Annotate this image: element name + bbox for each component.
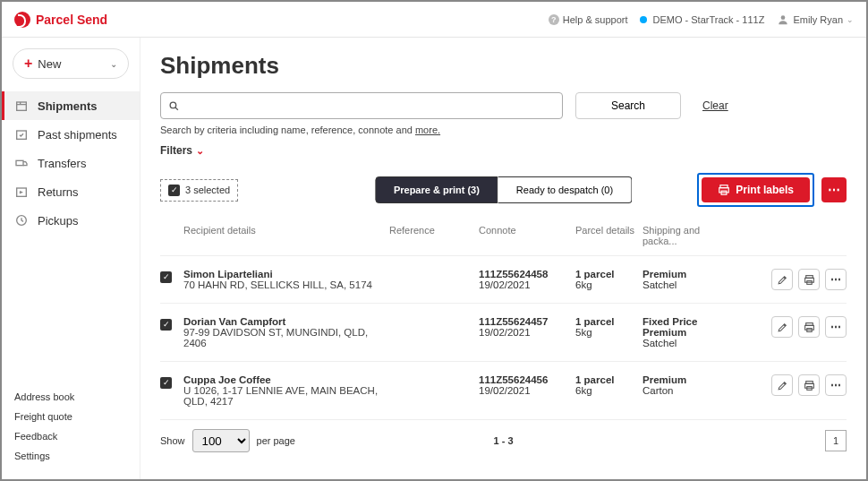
parcel-count: 1 parcel bbox=[575, 316, 642, 327]
return-icon bbox=[14, 185, 29, 199]
print-focus-ring: Print labels bbox=[697, 173, 814, 207]
bottom-link-feedback[interactable]: Feedback bbox=[14, 431, 127, 442]
svg-point-6 bbox=[170, 102, 176, 108]
chevron-down-icon: ⌄ bbox=[196, 145, 204, 157]
history-box-icon bbox=[14, 127, 29, 142]
nav-label: Transfers bbox=[38, 157, 86, 170]
printer-icon bbox=[718, 184, 730, 196]
box-icon bbox=[14, 99, 29, 113]
row-checkbox[interactable]: ✓ bbox=[160, 377, 172, 389]
plus-icon: + bbox=[24, 56, 32, 72]
print-row-button[interactable] bbox=[798, 374, 820, 396]
more-actions-button[interactable]: ⋯ bbox=[821, 177, 847, 202]
more-row-button[interactable]: ⋯ bbox=[825, 374, 847, 396]
nav-label: Past shipments bbox=[38, 128, 117, 142]
brand: Parcel Send bbox=[14, 12, 107, 28]
shipping-service: Premium bbox=[642, 374, 732, 385]
recipient-name: Dorian Van Campfort bbox=[183, 316, 389, 327]
search-box[interactable] bbox=[160, 92, 563, 119]
nav-transfers[interactable]: Transfers bbox=[2, 149, 140, 177]
chevron-down-icon: ⌄ bbox=[110, 59, 117, 69]
recipient-address: 70 HAHN RD, SELLICKS HILL, SA, 5174 bbox=[183, 279, 389, 290]
shipping-service: Premium bbox=[642, 269, 732, 279]
tab-group: Prepare & print (3) Ready to despatch (0… bbox=[375, 176, 632, 203]
edit-row-button[interactable] bbox=[771, 316, 793, 338]
nav-label: Shipments bbox=[38, 99, 97, 113]
nav-label: Pickups bbox=[38, 214, 79, 228]
connote-number: 111Z55624457 bbox=[479, 316, 575, 327]
help-support-link[interactable]: ? Help & support bbox=[549, 14, 628, 25]
connote-date: 19/02/2021 bbox=[479, 279, 575, 290]
shipping-service: Fixed Price Premium bbox=[642, 316, 732, 338]
print-row-button[interactable] bbox=[798, 269, 820, 290]
more-link[interactable]: more. bbox=[415, 125, 440, 135]
table-header: Recipient details Reference Connote Parc… bbox=[160, 216, 847, 256]
col-reference: Reference bbox=[389, 225, 479, 246]
more-row-button[interactable]: ⋯ bbox=[825, 269, 847, 290]
print-row-button[interactable] bbox=[798, 316, 820, 338]
clock-icon bbox=[14, 213, 29, 228]
search-row: Search Clear bbox=[160, 92, 847, 119]
recipient-address: 97-99 DAVIDSON ST, MUNGINDI, QLD, 2406 bbox=[183, 327, 389, 348]
print-label: Print labels bbox=[736, 184, 794, 196]
more-row-button[interactable]: ⋯ bbox=[825, 316, 847, 338]
parcel-count: 1 parcel bbox=[575, 269, 642, 279]
search-hint: Search by criteria including name, refer… bbox=[160, 125, 847, 135]
new-button[interactable]: + New ⌄ bbox=[13, 48, 129, 79]
parcel-weight: 6kg bbox=[575, 385, 642, 396]
svg-point-0 bbox=[781, 15, 786, 20]
transfer-icon bbox=[14, 156, 29, 170]
shipping-package: Satchel bbox=[642, 279, 732, 290]
print-labels-button[interactable]: Print labels bbox=[702, 177, 810, 202]
page-size-select[interactable]: 100 bbox=[192, 429, 250, 452]
content: Shipments Search Clear Search by criteri… bbox=[140, 38, 866, 479]
nav-shipments[interactable]: Shipments bbox=[2, 91, 140, 120]
parcel-count: 1 parcel bbox=[575, 374, 642, 385]
row-checkbox[interactable]: ✓ bbox=[160, 271, 172, 283]
nav-pickups[interactable]: Pickups bbox=[2, 206, 140, 235]
page-number[interactable]: 1 bbox=[825, 430, 847, 451]
svg-rect-3 bbox=[16, 160, 23, 165]
table-row: ✓ Cuppa Joe Coffee U 1026, 1-17 LENNIE A… bbox=[160, 362, 847, 420]
search-button[interactable]: Search bbox=[575, 92, 681, 119]
filters-toggle[interactable]: Filters ⌄ bbox=[160, 144, 847, 157]
bottom-link-settings[interactable]: Settings bbox=[14, 451, 127, 461]
recipient-name: Simon Liparteliani bbox=[183, 269, 389, 279]
search-icon bbox=[168, 100, 180, 112]
app-header: Parcel Send ? Help & support DEMO - Star… bbox=[2, 2, 866, 38]
show-label: Show bbox=[160, 435, 185, 446]
user-name: Emily Ryan bbox=[793, 14, 843, 25]
recipient-address: U 1026, 1-17 LENNIE AVE, MAIN BEACH, QLD… bbox=[183, 385, 389, 407]
right-actions: Print labels ⋯ bbox=[697, 173, 847, 207]
tab-ready-despatch[interactable]: Ready to despatch (0) bbox=[498, 176, 632, 203]
clear-link[interactable]: Clear bbox=[702, 99, 728, 112]
help-label: Help & support bbox=[563, 14, 628, 25]
filters-label: Filters bbox=[160, 144, 192, 157]
selected-chip[interactable]: ✓ 3 selected bbox=[160, 179, 238, 202]
tab-prepare-print[interactable]: Prepare & print (3) bbox=[375, 176, 498, 203]
sidebar-bottom: Address book Freight quote Feedback Sett… bbox=[2, 391, 140, 468]
parcel-weight: 5kg bbox=[575, 327, 642, 338]
col-parcel: Parcel details bbox=[575, 225, 642, 246]
edit-row-button[interactable] bbox=[771, 269, 793, 290]
user-menu[interactable]: Emily Ryan ⌄ bbox=[777, 13, 854, 26]
nav-label: Returns bbox=[38, 185, 79, 199]
nav-past-shipments[interactable]: Past shipments bbox=[2, 120, 140, 149]
nav-returns[interactable]: Returns bbox=[2, 177, 140, 206]
brand-name: Parcel Send bbox=[36, 13, 107, 27]
org-switcher[interactable]: DEMO - StarTrack - 111Z bbox=[640, 14, 764, 25]
user-icon bbox=[777, 13, 789, 26]
bottom-link-address-book[interactable]: Address book bbox=[14, 391, 127, 402]
connote-date: 19/02/2021 bbox=[479, 385, 575, 396]
svg-rect-11 bbox=[804, 278, 813, 282]
svg-rect-1 bbox=[17, 102, 27, 110]
search-input[interactable] bbox=[180, 99, 555, 112]
edit-row-button[interactable] bbox=[771, 374, 793, 396]
parcel-weight: 6kg bbox=[575, 279, 642, 290]
per-page-label: per page bbox=[257, 435, 295, 446]
status-dot-icon bbox=[640, 16, 647, 23]
row-checkbox[interactable]: ✓ bbox=[160, 319, 172, 331]
table-row: ✓ Dorian Van Campfort 97-99 DAVIDSON ST,… bbox=[160, 304, 847, 362]
header-right: ? Help & support DEMO - StarTrack - 111Z… bbox=[549, 13, 854, 26]
bottom-link-freight-quote[interactable]: Freight quote bbox=[14, 411, 127, 422]
